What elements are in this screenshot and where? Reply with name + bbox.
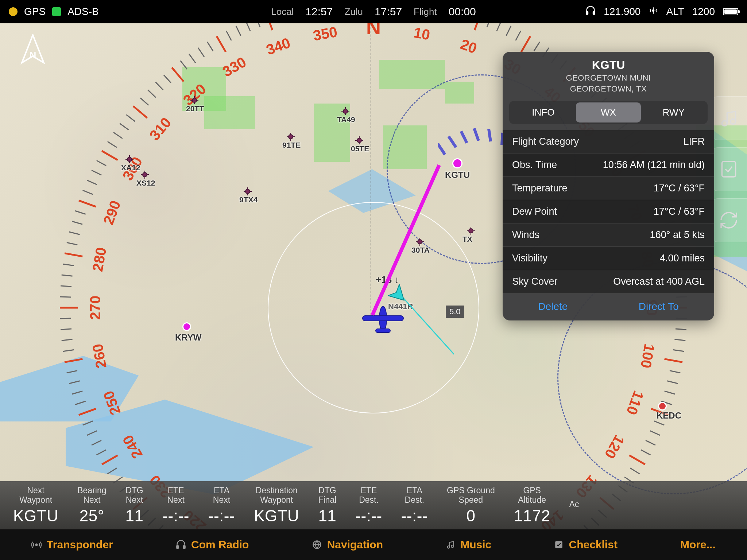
popover-title: KGTU [510,58,707,72]
data-cell[interactable]: ETA Next--:-- [199,486,244,525]
wx-row-value: 17°C / 63°F [654,206,705,217]
waypoint-label: 20TT [186,104,204,113]
wx-row-label: Temperature [512,183,568,194]
svg-line-145 [108,468,117,474]
traffic-target-icon[interactable] [388,284,409,306]
data-cell-label: ETA Dest. [401,486,428,505]
adsb-status-icon [52,7,61,16]
delete-button[interactable]: Delete [538,301,568,312]
waypoint-marker[interactable] [416,238,424,246]
svg-line-17 [497,23,501,31]
wx-row: Flight CategoryLIFR [503,130,714,153]
data-cell[interactable]: DTG Final11 [309,486,346,525]
data-cell[interactable]: Bearing Next25° [68,486,116,525]
data-cell[interactable]: ETE Next--:-- [153,486,198,525]
tab-music[interactable]: Music [446,538,491,551]
data-cell-value: 25° [77,507,106,525]
gps-status-icon [9,7,18,16]
svg-line-151 [83,421,93,425]
waypoint-marker[interactable] [125,155,133,163]
side-music-button[interactable] [711,96,747,140]
waypoint-marker[interactable] [355,136,363,144]
svg-point-227 [192,98,197,102]
svg-text:250: 250 [100,389,124,417]
svg-line-188 [133,106,147,118]
airport-kryw[interactable] [182,322,191,331]
data-strip[interactable]: Next WaypontKGTUBearing Next25°DTG Next1… [0,481,747,529]
airport-kgtu[interactable] [452,158,462,168]
svg-line-160 [63,350,74,351]
heading-line [371,23,371,315]
data-cell[interactable]: Next WaypontKGTU [4,486,68,525]
tab-info[interactable]: INFO [511,102,576,122]
data-cell[interactable]: Ac [560,499,589,511]
tab-navigation[interactable]: Navigation [312,538,383,551]
airport-kedc[interactable] [658,402,667,411]
direct-to-button[interactable]: Direct To [639,301,679,312]
tab-wx[interactable]: WX [576,102,641,122]
svg-marker-275 [388,284,409,305]
svg-point-247 [127,157,132,162]
svg-line-181 [97,160,106,166]
svg-line-22 [534,42,540,51]
svg-line-192 [156,82,163,90]
data-cell-value: 1172 [514,507,550,525]
tab-rwy[interactable]: RWY [641,102,706,122]
wx-row: Winds160° at 5 kts [503,223,714,247]
waypoint-marker[interactable] [244,187,252,195]
waypoint-marker[interactable] [141,171,149,179]
svg-line-14 [475,23,481,30]
waypoint-marker[interactable] [467,227,475,235]
waypoint-marker[interactable] [341,107,349,115]
side-sync-button[interactable] [711,198,747,242]
wx-row-label: Flight Category [512,136,579,147]
wx-row: Obs. Time10:56 AM (121 min old) [503,153,714,177]
data-cell[interactable]: GPS Altitude1172 [504,486,560,525]
wx-row: Sky CoverOvercast at 400 AGL [503,270,714,293]
data-cell-label: Bearing Next [77,486,106,505]
data-cell-label: ETA Next [208,486,235,505]
data-cell[interactable]: GPS Ground Speed0 [437,486,504,525]
data-cell[interactable]: ETE Dest.--:-- [346,486,391,525]
signal-icon [31,540,42,550]
tab-checklist[interactable]: Checklist [554,538,617,551]
svg-text:310: 310 [146,114,174,143]
data-cell-value: KGTU [254,507,299,525]
svg-line-167 [61,286,71,287]
popover-segment: INFO WX RWY [509,101,708,124]
svg-text:350: 350 [312,24,338,44]
side-checklist-button[interactable] [711,147,747,191]
waypoint-label: TX [462,235,472,244]
svg-line-187 [126,115,135,121]
airport-kryw-label: KRYW [175,332,201,343]
svg-text:270: 270 [87,296,103,320]
svg-line-197 [189,54,196,63]
svg-line-223 [461,131,467,143]
data-cell[interactable]: ETA Dest.--:-- [392,486,437,525]
tab-more[interactable]: More... [680,538,716,551]
svg-line-173 [69,232,80,234]
tab-bar: Transponder Com Radio Navigation Music C… [0,529,747,560]
waypoint-label: XA12 [121,163,140,172]
svg-line-155 [72,391,82,394]
data-cell[interactable]: DTG Next11 [116,486,153,525]
tab-com-radio[interactable]: Com Radio [176,538,249,551]
waypoint-label: 05TE [351,144,369,153]
svg-line-191 [148,90,156,98]
svg-text:260: 260 [89,343,109,369]
waypoint-marker[interactable] [190,96,198,104]
svg-line-205 [256,23,260,27]
svg-line-157 [67,371,77,373]
svg-text:330: 330 [220,54,249,79]
svg-line-199 [207,42,213,51]
waypoint-marker[interactable] [287,133,295,141]
tab-transponder[interactable]: Transponder [31,538,113,551]
data-cell-label: Next Waypont [13,486,58,505]
com-freq: 121.900 [604,6,640,18]
data-cell[interactable]: Destination WaypontKGTU [244,486,309,525]
svg-text:N: N [366,23,381,39]
svg-point-232 [343,109,348,113]
airport-kgtu-label: KGTU [445,170,470,180]
wx-row-value: Overcast at 400 AGL [613,276,705,287]
map[interactable]: 1020304050607080901001101201301401501601… [0,23,747,560]
